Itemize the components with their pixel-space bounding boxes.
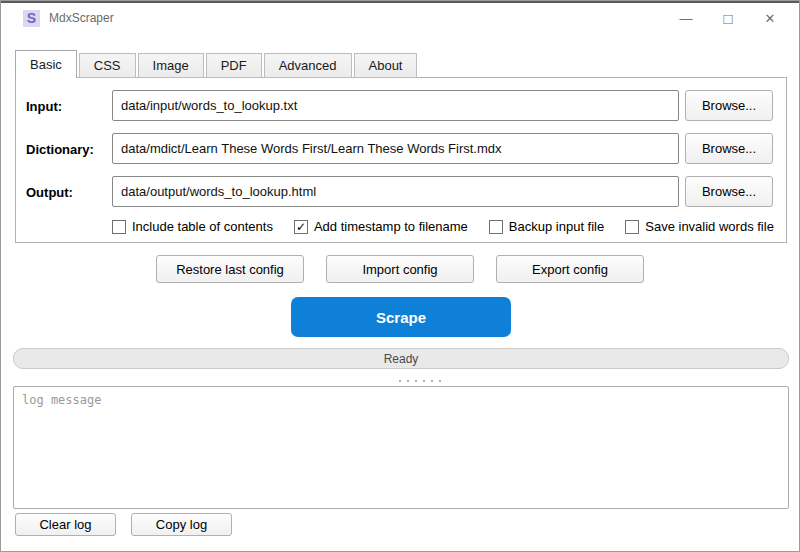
tab-pdf[interactable]: PDF (206, 53, 262, 78)
checkbox-label: Include table of contents (132, 219, 273, 234)
tab-image[interactable]: Image (138, 53, 204, 78)
import-config-button[interactable]: Import config (326, 255, 474, 283)
splitter-handle[interactable] (1, 378, 799, 384)
tab-advanced[interactable]: Advanced (264, 53, 352, 78)
title-bar: S MdxScraper — □ ✕ (1, 3, 799, 33)
restore-last-config-button[interactable]: Restore last config (156, 255, 304, 283)
dictionary-browse-button[interactable]: Browse... (685, 133, 773, 164)
checkbox-label: Backup input file (509, 219, 604, 234)
config-button-row: Restore last config Import config Export… (1, 255, 799, 283)
tab-bar: Basic CSS Image PDF Advanced About (15, 50, 419, 78)
checkbox-checked-icon: ✓ (294, 220, 308, 234)
clear-log-button[interactable]: Clear log (15, 513, 116, 536)
input-row: Input: Browse... (16, 90, 786, 121)
maximize-icon[interactable]: □ (707, 3, 749, 33)
window-controls: — □ ✕ (665, 3, 791, 33)
status-text: Ready (384, 352, 419, 366)
checkbox-label: Add timestamp to filename (314, 219, 468, 234)
checkbox-label: Save invalid words file (645, 219, 774, 234)
dictionary-path-field[interactable] (112, 133, 679, 164)
scrape-button[interactable]: Scrape (291, 297, 511, 337)
dictionary-label: Dictionary: (26, 141, 94, 156)
checkbox-save-invalid-words[interactable]: Save invalid words file (625, 219, 774, 234)
window-title: MdxScraper (49, 11, 114, 25)
export-config-button[interactable]: Export config (496, 255, 644, 283)
app-icon: S (23, 10, 40, 27)
splitter-dots-icon (399, 380, 401, 382)
input-label: Input: (26, 98, 62, 113)
checkbox-icon (625, 220, 639, 234)
progress-status-bar: Ready (13, 348, 789, 369)
output-path-field[interactable] (112, 176, 679, 207)
log-button-row: Clear log Copy log (15, 513, 232, 536)
output-browse-button[interactable]: Browse... (685, 176, 773, 207)
minimize-icon[interactable]: — (665, 3, 707, 33)
checkbox-icon (112, 220, 126, 234)
input-browse-button[interactable]: Browse... (685, 90, 773, 121)
copy-log-button[interactable]: Copy log (131, 513, 232, 536)
input-path-field[interactable] (112, 90, 679, 121)
checkbox-include-toc[interactable]: Include table of contents (112, 219, 273, 234)
output-label: Output: (26, 184, 73, 199)
tab-basic[interactable]: Basic (15, 50, 77, 78)
checkbox-icon (489, 220, 503, 234)
tab-css[interactable]: CSS (79, 53, 136, 78)
log-output-area[interactable] (13, 386, 789, 509)
tab-about[interactable]: About (354, 53, 418, 78)
close-icon[interactable]: ✕ (749, 3, 791, 33)
checkbox-backup-input[interactable]: Backup input file (489, 219, 604, 234)
output-row: Output: Browse... (16, 176, 786, 207)
dictionary-row: Dictionary: Browse... (16, 133, 786, 164)
basic-tab-pane: Input: Browse... Dictionary: Browse... O… (15, 77, 787, 243)
options-row: Include table of contents ✓ Add timestam… (112, 219, 774, 234)
checkbox-add-timestamp[interactable]: ✓ Add timestamp to filename (294, 219, 468, 234)
